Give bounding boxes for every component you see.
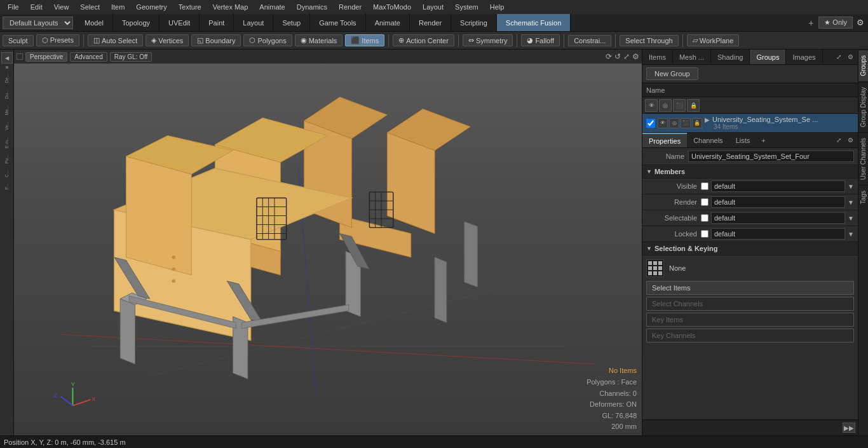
rp-tab-mesh[interactable]: Mesh ... [673,50,711,64]
tab-topology[interactable]: Topology [113,14,159,31]
group-item-checkbox[interactable] [646,119,655,128]
sidebar-label-f[interactable]: F... [4,181,9,192]
only-button[interactable]: ★ Only [818,17,853,29]
tab-render[interactable]: Render [410,14,451,31]
locked-select[interactable]: default [711,228,845,240]
select-through-button[interactable]: Select Through [620,35,678,46]
auto-select-button[interactable]: ◫ Auto Select [88,34,143,46]
layout-dropdown[interactable]: Default Layouts [3,17,73,29]
rp-tab-items[interactable]: Items [642,50,673,64]
menu-vertex-map[interactable]: Vertex Map [208,2,254,12]
selectable-select[interactable]: default [711,212,845,224]
group-icon-render[interactable]: ◎ [659,99,672,112]
rp-tab-groups[interactable]: Groups [750,50,786,64]
constrain-button[interactable]: Constrai... [568,35,611,46]
group-item-row[interactable]: 👁 ◎ ⬛ 🔒 ▶ University_Seating_System_Se .… [642,114,858,133]
vtab-group-display[interactable]: Group Display [858,81,868,132]
render-select[interactable]: default [711,196,845,208]
panel-settings-icon[interactable]: ⚙ [845,52,855,62]
sidebar-label-du[interactable]: Du... [4,87,9,102]
members-section-header[interactable]: ▼ Members [642,165,858,179]
sculpt-button[interactable]: Sculpt [3,35,34,46]
group-icon-eye[interactable]: 👁 [645,99,658,112]
group-item-icon-2[interactable]: ◎ [669,118,679,128]
items-button[interactable]: ⬛ Items [345,34,384,46]
name-input[interactable] [688,151,854,162]
viewport[interactable]: Perspective Advanced Ray GL: Off ⟳ ↺ ⤢ ⚙ [14,50,642,435]
add-prop-tab-button[interactable]: + [756,137,770,144]
prop-tab-lists[interactable]: Lists [729,133,757,147]
sidebar-collapse-btn[interactable]: ◀ [1,52,13,64]
selectable-checkbox[interactable] [701,214,709,222]
prop-tab-channels[interactable]: Channels [687,133,729,147]
viewport-advanced-btn[interactable]: Advanced [70,52,107,62]
menu-view[interactable]: View [49,2,74,12]
tab-uvedit[interactable]: UVEdit [159,14,200,31]
vtab-groups[interactable]: Groups [858,50,868,81]
menu-maxtomodo[interactable]: MaxToModo [368,2,416,12]
tab-model[interactable]: Model [76,14,113,31]
expand-bottom-icon[interactable]: ▶▶ [843,423,855,433]
rp-tab-shading[interactable]: Shading [711,50,750,64]
sidebar-label-me[interactable]: Me... [4,103,9,118]
menu-select[interactable]: Select [75,2,105,12]
sidebar-label-po[interactable]: Po... [4,152,9,166]
prop-expand-icon[interactable]: ⤢ [834,135,844,146]
viewport-maximize-icon[interactable]: ⤢ [623,52,630,61]
visible-select[interactable]: default [711,180,845,192]
menu-render[interactable]: Render [334,2,367,12]
add-layout-tab-button[interactable]: + [803,18,818,28]
tab-game-tools[interactable]: Game Tools [310,14,366,31]
key-channels-button[interactable]: Key Channels [646,329,854,343]
key-items-button[interactable]: Key Items [646,313,854,327]
materials-button[interactable]: ◉ Materials [295,34,343,46]
tab-setup[interactable]: Setup [273,14,310,31]
menu-item[interactable]: Item [106,2,130,12]
group-item-icon-1[interactable]: 👁 [658,118,668,128]
settings-icon[interactable]: ⚙ [853,18,868,27]
expand-panel-icon[interactable]: ⤢ [834,52,844,62]
locked-checkbox[interactable] [701,230,709,238]
tab-paint[interactable]: Paint [200,14,234,31]
viewport-perspective-btn[interactable]: Perspective [25,52,67,62]
symmetry-button[interactable]: ⇔ Symmetry [463,34,513,46]
new-group-button[interactable]: New Group [646,67,698,80]
vtab-tags[interactable]: Tags [858,185,868,209]
menu-file[interactable]: File [3,2,24,12]
menu-layout[interactable]: Layout [417,2,449,12]
menu-geometry[interactable]: Geometry [131,2,172,12]
tab-schematic-fusion[interactable]: Schematic Fusion [497,14,571,31]
group-item-icon-4[interactable]: 🔒 [692,118,702,128]
vertices-button[interactable]: ◈ Vertices [146,34,189,46]
sidebar-label-em[interactable]: E m... [4,134,9,151]
tab-layout[interactable]: Layout [234,14,273,31]
menu-texture[interactable]: Texture [173,2,207,12]
tab-scripting[interactable]: Scripting [451,14,497,31]
viewport-orbit-icon[interactable]: ⟳ [606,52,612,61]
viewport-settings-icon[interactable]: ⚙ [632,52,639,61]
select-items-button[interactable]: Select Items [646,281,854,295]
tab-animate[interactable]: Animate [366,14,410,31]
rp-tab-images[interactable]: Images [786,50,822,64]
menu-system[interactable]: System [450,2,484,12]
menu-dynamics[interactable]: Dynamics [292,2,332,12]
viewport-reset-icon[interactable]: ↺ [614,52,621,61]
keying-section-header[interactable]: ▼ Selection & Keying [642,242,858,255]
render-checkbox[interactable] [701,198,709,206]
select-channels-button[interactable]: Select Channels [646,297,854,311]
polygons-button[interactable]: ⬡ Polygons [243,34,292,46]
group-icon-lock[interactable]: 🔒 [687,99,700,112]
presets-button[interactable]: ⬡ Presets [36,34,79,46]
boundary-button[interactable]: ◱ Boundary [191,34,241,46]
prop-settings-icon[interactable]: ⚙ [845,135,855,146]
prop-tab-properties[interactable]: Properties [642,133,687,147]
vtab-user-channels[interactable]: User Channels [858,132,868,185]
menu-animate[interactable]: Animate [254,2,290,12]
falloff-button[interactable]: ◕ Falloff [521,34,560,46]
action-center-button[interactable]: ⊕ Action Center [393,34,454,46]
viewport-raygl-btn[interactable]: Ray GL: Off [110,52,153,62]
group-item-icon-3[interactable]: ⬛ [681,118,691,128]
group-icon-cube[interactable]: ⬛ [673,99,686,112]
workplane-button[interactable]: ▱ WorkPlane [687,34,740,46]
sidebar-label-ve[interactable]: Ve... [4,119,9,133]
